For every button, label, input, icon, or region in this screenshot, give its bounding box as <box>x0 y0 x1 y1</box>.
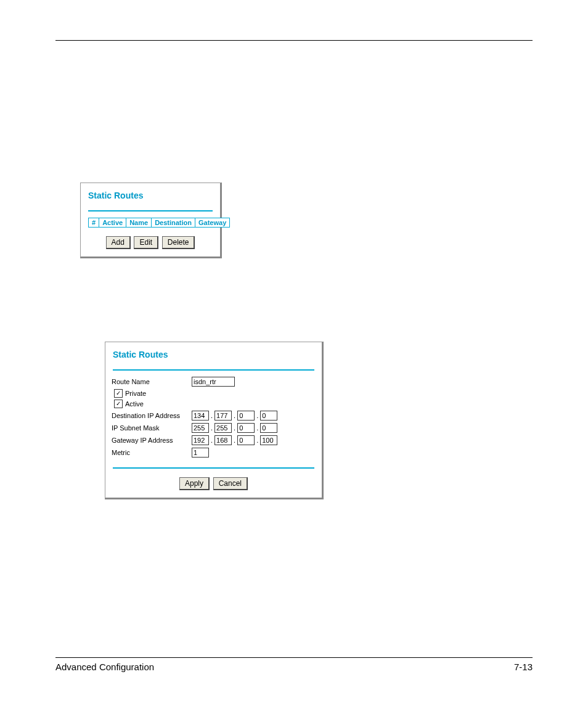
dest-octet-4[interactable] <box>260 411 277 421</box>
destination-label: Destination IP Address <box>112 412 192 419</box>
mask-octet-2[interactable] <box>214 423 232 433</box>
footer-right: 7-13 <box>514 662 533 672</box>
route-name-label: Route Name <box>112 378 192 385</box>
gateway-octet-3[interactable] <box>237 435 255 445</box>
add-button[interactable]: Add <box>106 236 131 249</box>
cancel-button[interactable]: Cancel <box>213 477 248 490</box>
mask-octet-1[interactable] <box>192 423 209 433</box>
gateway-octet-4[interactable] <box>260 435 277 445</box>
metric-input[interactable] <box>192 448 209 458</box>
delete-button[interactable]: Delete <box>162 236 195 249</box>
top-divider <box>55 40 533 41</box>
footer-left: Advanced Configuration <box>55 662 154 672</box>
route-name-input[interactable] <box>192 377 235 387</box>
dest-octet-3[interactable] <box>237 411 255 421</box>
static-routes-list-panel: Static Routes # Active Name Destination … <box>80 183 222 258</box>
apply-button[interactable]: Apply <box>179 477 210 490</box>
routes-table: # Active Name Destination Gateway <box>88 218 230 228</box>
col-num[interactable]: # <box>89 218 99 228</box>
private-checkbox[interactable]: ✓ <box>114 389 123 398</box>
footer-divider <box>55 657 533 658</box>
page-footer: Advanced Configuration 7-13 <box>55 657 533 672</box>
divider <box>88 210 213 211</box>
panel1-title: Static Routes <box>88 191 214 200</box>
metric-label: Metric <box>112 449 192 456</box>
active-checkbox[interactable]: ✓ <box>114 400 123 408</box>
private-label: Private <box>125 390 146 397</box>
divider <box>113 467 314 469</box>
col-name[interactable]: Name <box>126 218 152 228</box>
gateway-octet-1[interactable] <box>192 435 209 445</box>
col-gateway[interactable]: Gateway <box>195 218 230 228</box>
dest-octet-1[interactable] <box>192 411 209 421</box>
static-routes-form-panel: Static Routes Route Name ✓ Private ✓ Act… <box>105 342 324 499</box>
dest-octet-2[interactable] <box>214 411 232 421</box>
panel2-title: Static Routes <box>113 350 316 359</box>
active-label: Active <box>125 400 144 408</box>
mask-octet-3[interactable] <box>237 423 255 433</box>
col-active[interactable]: Active <box>99 218 126 228</box>
mask-label: IP Subnet Mask <box>112 424 192 432</box>
mask-octet-4[interactable] <box>260 423 277 433</box>
gateway-octet-2[interactable] <box>214 435 232 445</box>
col-destination[interactable]: Destination <box>152 218 195 228</box>
gateway-label: Gateway IP Address <box>112 437 192 444</box>
divider <box>113 369 314 371</box>
edit-button[interactable]: Edit <box>134 236 158 249</box>
